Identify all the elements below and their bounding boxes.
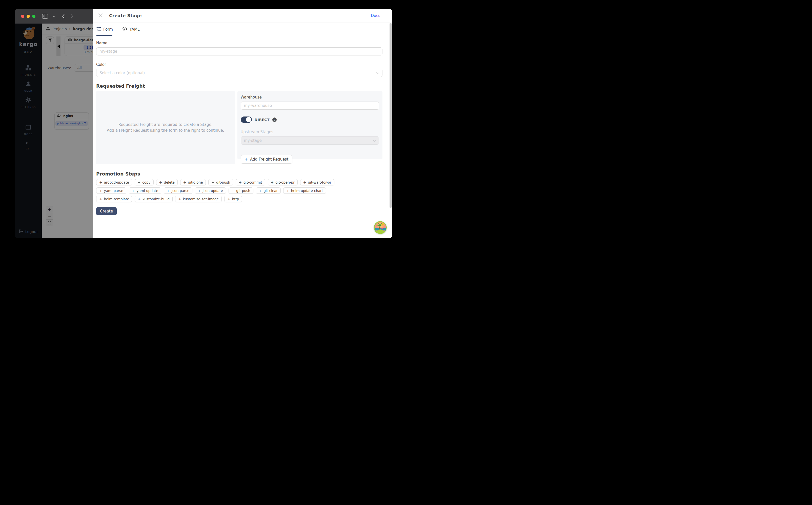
plus-icon: + xyxy=(99,197,102,201)
close-window-button[interactable] xyxy=(21,15,24,18)
island-avatar[interactable] xyxy=(374,221,387,234)
freight-empty-state: Requested Freight are required to create… xyxy=(96,91,235,164)
step-chip[interactable]: +http xyxy=(224,196,242,202)
step-chip[interactable]: +copy xyxy=(134,179,154,185)
tab-yaml[interactable]: YAML xyxy=(122,27,140,32)
plus-icon: + xyxy=(227,197,230,201)
color-select[interactable]: Select a color (optional) xyxy=(96,68,382,77)
step-chip[interactable]: +json-update xyxy=(195,187,226,194)
app-sidebar: kargo dev PROJECTS USER SETTINGS DOCS xyxy=(15,24,42,238)
sidebar-item-projects[interactable]: PROJECTS xyxy=(21,65,36,76)
warehouse-label: Warehouse xyxy=(241,95,379,100)
plus-icon: + xyxy=(198,189,201,193)
step-chip[interactable]: +kustomize-set-image xyxy=(175,196,222,202)
step-chip[interactable]: +git-clone xyxy=(180,179,206,185)
sidebar-item-docs[interactable]: DOCS xyxy=(24,125,33,136)
step-chip[interactable]: +git-clear xyxy=(256,187,281,194)
scrollbar-thumb[interactable] xyxy=(389,23,391,208)
step-chip[interactable]: +git-wait-for-pr xyxy=(300,179,334,185)
logout-icon xyxy=(19,229,23,234)
info-icon[interactable]: i xyxy=(272,118,277,122)
freight-request-form: Warehouse DIRECT i Upstream Stages my-st… xyxy=(237,91,383,159)
checklist-icon xyxy=(96,27,101,32)
env-label: dev xyxy=(24,50,33,54)
create-button[interactable]: Create xyxy=(96,207,117,215)
plus-icon: + xyxy=(159,180,162,184)
zoom-window-button[interactable] xyxy=(32,15,35,18)
chevron-down-icon xyxy=(376,71,379,75)
promotion-steps-heading: Promotion Steps xyxy=(96,171,382,177)
kargo-wordmark: kargo xyxy=(19,41,38,47)
step-chip[interactable]: +git-push xyxy=(208,179,233,185)
plus-icon: + xyxy=(183,180,186,184)
promotion-steps-list: +argocd-update +copy +delete +git-clone … xyxy=(96,179,353,202)
plus-icon: + xyxy=(99,189,102,193)
chevron-down-icon[interactable] xyxy=(53,15,55,17)
back-button[interactable] xyxy=(62,14,65,19)
step-chip[interactable]: +git-push xyxy=(229,187,253,194)
sidebar-toggle-icon[interactable] xyxy=(42,14,48,19)
step-chip[interactable]: +helm-template xyxy=(96,196,132,202)
sidebar-item-cli[interactable]: >_ CLI xyxy=(26,140,31,150)
direct-toggle[interactable] xyxy=(241,117,252,123)
plus-icon: + xyxy=(239,180,242,184)
plus-icon: + xyxy=(132,189,135,193)
create-stage-modal: Create Stage Docs Form YAML Name Color S… xyxy=(93,9,392,238)
plus-icon: + xyxy=(259,189,262,193)
upstream-stages-select[interactable]: my-stage xyxy=(241,136,379,145)
step-chip[interactable]: +helm-update-chart xyxy=(283,187,326,194)
sidebar-item-settings[interactable]: SETTINGS xyxy=(21,97,36,109)
traffic-lights xyxy=(21,15,35,18)
upstream-stages-label: Upstream Stages xyxy=(241,130,379,134)
user-icon xyxy=(26,81,31,88)
logout-button[interactable]: Logout xyxy=(19,229,38,234)
plus-icon: + xyxy=(211,180,214,184)
plus-icon: + xyxy=(138,197,141,201)
forward-button[interactable] xyxy=(70,14,73,19)
add-freight-request-button[interactable]: + Add Freight Request xyxy=(241,155,293,164)
close-icon[interactable] xyxy=(98,13,102,18)
modal-title: Create Stage xyxy=(109,13,142,18)
step-chip[interactable]: +yaml-update xyxy=(129,187,161,194)
plus-icon: + xyxy=(167,189,170,193)
name-label: Name xyxy=(96,41,382,45)
step-chip[interactable]: +kustomize-build xyxy=(134,196,173,202)
step-chip[interactable]: +delete xyxy=(156,179,178,185)
plus-icon: + xyxy=(245,157,248,162)
plus-icon: + xyxy=(232,189,235,193)
browser-window: localhost xyxy=(15,9,392,238)
gear-icon xyxy=(25,97,31,104)
book-icon xyxy=(26,125,31,131)
code-icon xyxy=(122,27,127,32)
tab-form[interactable]: Form xyxy=(96,27,113,32)
stage-name-input[interactable] xyxy=(96,47,382,55)
kargo-logo-icon[interactable] xyxy=(20,26,36,41)
step-chip[interactable]: +yaml-parse xyxy=(96,187,126,194)
plus-icon: + xyxy=(138,180,141,184)
requested-freight-heading: Requested Freight xyxy=(96,83,382,89)
direct-label: DIRECT xyxy=(255,118,270,122)
plus-icon: + xyxy=(178,197,181,201)
chevron-down-icon xyxy=(373,138,376,143)
projects-icon xyxy=(25,65,31,72)
warehouse-input[interactable] xyxy=(241,102,379,110)
sidebar-item-user[interactable]: USER xyxy=(24,81,32,92)
step-chip[interactable]: +argocd-update xyxy=(96,179,132,185)
color-label: Color xyxy=(96,62,382,67)
plus-icon: + xyxy=(271,180,274,184)
plus-icon: + xyxy=(99,180,102,184)
step-chip[interactable]: +git-open-pr xyxy=(268,179,298,185)
terminal-icon: >_ xyxy=(26,140,31,145)
step-chip[interactable]: +json-parse xyxy=(164,187,192,194)
plus-icon: + xyxy=(303,180,306,184)
docs-link[interactable]: Docs xyxy=(371,13,380,18)
minimize-window-button[interactable] xyxy=(27,15,30,18)
step-chip[interactable]: +git-commit xyxy=(236,179,265,185)
toggle-knob xyxy=(246,117,251,122)
plus-icon: + xyxy=(286,189,289,193)
